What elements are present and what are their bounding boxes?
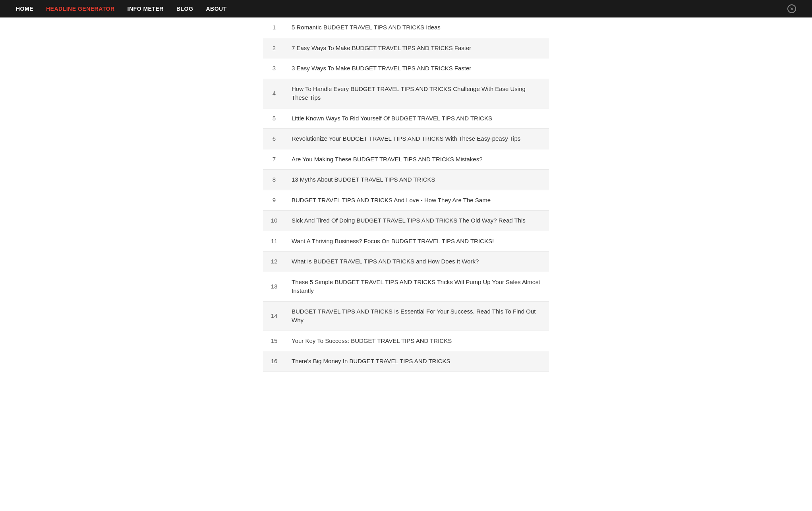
headline-text: 3 Easy Ways To Make BUDGET TRAVEL TIPS A…: [285, 58, 549, 79]
headline-text: BUDGET TRAVEL TIPS AND TRICKS And Love -…: [285, 190, 549, 211]
table-row: 12What Is BUDGET TRAVEL TIPS AND TRICKS …: [263, 252, 549, 272]
headline-text: What Is BUDGET TRAVEL TIPS AND TRICKS an…: [285, 252, 549, 272]
headline-text: Revolutionize Your BUDGET TRAVEL TIPS AN…: [285, 129, 549, 149]
table-row: 15 Romantic BUDGET TRAVEL TIPS AND TRICK…: [263, 17, 549, 38]
row-number: 13: [263, 272, 285, 301]
navigation: HOME HEADLINE GENERATOR INFO METER BLOG …: [0, 0, 812, 17]
row-number: 16: [263, 351, 285, 372]
headline-text: BUDGET TRAVEL TIPS AND TRICKS Is Essenti…: [285, 301, 549, 331]
headline-text: Want A Thriving Business? Focus On BUDGE…: [285, 231, 549, 252]
table-row: 813 Myths About BUDGET TRAVEL TIPS AND T…: [263, 170, 549, 190]
table-row: 16There's Big Money In BUDGET TRAVEL TIP…: [263, 351, 549, 372]
headline-text: Little Known Ways To Rid Yourself Of BUD…: [285, 108, 549, 129]
headline-text: 7 Easy Ways To Make BUDGET TRAVEL TIPS A…: [285, 38, 549, 58]
close-button[interactable]: ✕: [787, 4, 796, 13]
headlines-table-container: 15 Romantic BUDGET TRAVEL TIPS AND TRICK…: [263, 17, 549, 372]
row-number: 7: [263, 149, 285, 170]
row-number: 9: [263, 190, 285, 211]
headline-text: 5 Romantic BUDGET TRAVEL TIPS AND TRICKS…: [285, 17, 549, 38]
nav-home[interactable]: HOME: [16, 6, 33, 12]
row-number: 6: [263, 129, 285, 149]
nav-about[interactable]: ABOUT: [206, 6, 226, 12]
row-number: 2: [263, 38, 285, 58]
headline-text: Sick And Tired Of Doing BUDGET TRAVEL TI…: [285, 211, 549, 231]
headline-text: Your Key To Success: BUDGET TRAVEL TIPS …: [285, 331, 549, 351]
table-row: 9BUDGET TRAVEL TIPS AND TRICKS And Love …: [263, 190, 549, 211]
row-number: 5: [263, 108, 285, 129]
headlines-table: 15 Romantic BUDGET TRAVEL TIPS AND TRICK…: [263, 17, 549, 372]
table-row: 14BUDGET TRAVEL TIPS AND TRICKS Is Essen…: [263, 301, 549, 331]
table-row: 6Revolutionize Your BUDGET TRAVEL TIPS A…: [263, 129, 549, 149]
row-number: 12: [263, 252, 285, 272]
headline-text: How To Handle Every BUDGET TRAVEL TIPS A…: [285, 79, 549, 108]
row-number: 3: [263, 58, 285, 79]
row-number: 4: [263, 79, 285, 108]
table-row: 27 Easy Ways To Make BUDGET TRAVEL TIPS …: [263, 38, 549, 58]
row-number: 1: [263, 17, 285, 38]
row-number: 8: [263, 170, 285, 190]
row-number: 10: [263, 211, 285, 231]
table-row: 5Little Known Ways To Rid Yourself Of BU…: [263, 108, 549, 129]
table-row: 4How To Handle Every BUDGET TRAVEL TIPS …: [263, 79, 549, 108]
table-row: 11Want A Thriving Business? Focus On BUD…: [263, 231, 549, 252]
headline-text: There's Big Money In BUDGET TRAVEL TIPS …: [285, 351, 549, 372]
table-row: 7Are You Making These BUDGET TRAVEL TIPS…: [263, 149, 549, 170]
table-row: 15Your Key To Success: BUDGET TRAVEL TIP…: [263, 331, 549, 351]
row-number: 11: [263, 231, 285, 252]
nav-headline-generator[interactable]: HEADLINE GENERATOR: [46, 6, 115, 12]
table-row: 10Sick And Tired Of Doing BUDGET TRAVEL …: [263, 211, 549, 231]
nav-info-meter[interactable]: INFO METER: [128, 6, 164, 12]
headline-text: These 5 Simple BUDGET TRAVEL TIPS AND TR…: [285, 272, 549, 301]
headline-text: Are You Making These BUDGET TRAVEL TIPS …: [285, 149, 549, 170]
headline-text: 13 Myths About BUDGET TRAVEL TIPS AND TR…: [285, 170, 549, 190]
table-row: 13These 5 Simple BUDGET TRAVEL TIPS AND …: [263, 272, 549, 301]
row-number: 15: [263, 331, 285, 351]
nav-blog[interactable]: BLOG: [176, 6, 193, 12]
row-number: 14: [263, 301, 285, 331]
table-row: 33 Easy Ways To Make BUDGET TRAVEL TIPS …: [263, 58, 549, 79]
